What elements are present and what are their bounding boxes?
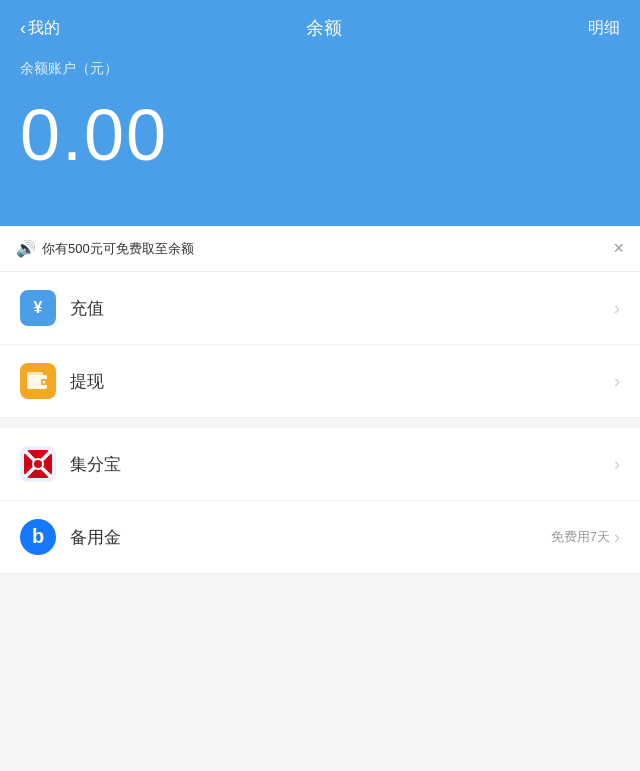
balance-amount: 0.00 <box>20 94 620 176</box>
speaker-icon: 🔊 <box>16 239 36 258</box>
menu-item-beiyong[interactable]: b 备用金 免费用7天 › <box>0 501 640 574</box>
svg-point-9 <box>33 459 43 469</box>
notice-text: 你有500元可免费取至余额 <box>42 240 613 258</box>
jifen-chevron-icon: › <box>614 454 620 475</box>
back-label: 我的 <box>28 18 60 39</box>
detail-button[interactable]: 明细 <box>588 18 620 39</box>
beiyong-label: 备用金 <box>70 526 551 549</box>
jifen-icon-wrap <box>20 446 56 482</box>
jifen-icon <box>20 446 56 482</box>
nav-title: 余额 <box>306 16 342 40</box>
beiyong-icon: b <box>20 519 56 555</box>
recharge-icon-wrap: ¥ <box>20 290 56 326</box>
nav-bar: ‹ 我的 余额 明细 <box>20 0 620 60</box>
beiyong-chevron-icon: › <box>614 527 620 548</box>
beiyong-icon-wrap: b <box>20 519 56 555</box>
menu-item-recharge[interactable]: ¥ 充值 › <box>0 272 640 345</box>
yuan-icon: ¥ <box>34 299 43 317</box>
beiyong-sub-text: 免费用7天 <box>551 528 610 546</box>
nav-back-button[interactable]: ‹ 我的 <box>20 18 60 39</box>
withdraw-chevron-icon: › <box>614 371 620 392</box>
account-label: 余额账户（元） <box>20 60 620 78</box>
recharge-chevron-icon: › <box>614 298 620 319</box>
recharge-label: 充值 <box>70 297 614 320</box>
withdraw-icon-wrap <box>20 363 56 399</box>
menu-list: ¥ 充值 › 提现 › <box>0 272 640 574</box>
svg-point-2 <box>43 381 46 384</box>
back-chevron-icon: ‹ <box>20 18 26 39</box>
notice-close-button[interactable]: × <box>613 238 624 259</box>
svg-rect-3 <box>27 372 43 376</box>
menu-item-jifen[interactable]: 集分宝 › <box>0 428 640 501</box>
notice-bar: 🔊 你有500元可免费取至余额 × <box>0 226 640 272</box>
wallet-icon <box>27 372 49 390</box>
top-section: ‹ 我的 余额 明细 余额账户（元） 0.00 <box>0 0 640 226</box>
withdraw-label: 提现 <box>70 370 614 393</box>
svg-text:b: b <box>32 525 44 547</box>
menu-item-withdraw[interactable]: 提现 › <box>0 345 640 418</box>
menu-divider <box>0 418 640 428</box>
jifen-label: 集分宝 <box>70 453 614 476</box>
